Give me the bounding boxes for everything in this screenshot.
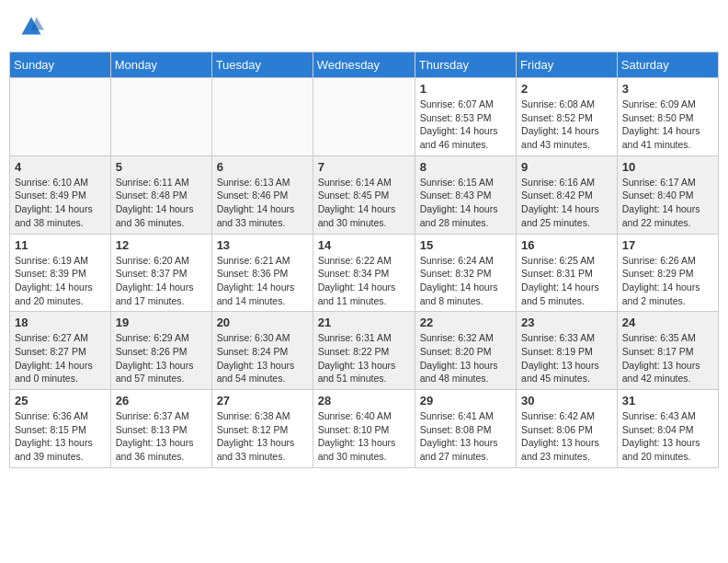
day-number: 7 bbox=[318, 160, 410, 174]
day-info: Sunrise: 6:24 AM Sunset: 8:32 PM Dayligh… bbox=[420, 254, 511, 308]
day-info: Sunrise: 6:19 AM Sunset: 8:39 PM Dayligh… bbox=[15, 254, 106, 308]
calendar-cell bbox=[10, 78, 111, 156]
calendar-cell: 4Sunrise: 6:10 AM Sunset: 8:49 PM Daylig… bbox=[10, 155, 111, 234]
calendar-cell: 10Sunrise: 6:17 AM Sunset: 8:40 PM Dayli… bbox=[617, 155, 718, 234]
day-info: Sunrise: 6:38 AM Sunset: 8:12 PM Dayligh… bbox=[217, 409, 308, 464]
week-row-1: 1Sunrise: 6:07 AM Sunset: 8:53 PM Daylig… bbox=[10, 78, 719, 156]
day-number: 5 bbox=[116, 160, 207, 174]
day-info: Sunrise: 6:10 AM Sunset: 8:49 PM Dayligh… bbox=[15, 176, 106, 230]
day-info: Sunrise: 6:42 AM Sunset: 8:06 PM Dayligh… bbox=[521, 409, 612, 464]
calendar-cell: 1Sunrise: 6:07 AM Sunset: 8:53 PM Daylig… bbox=[415, 78, 516, 156]
calendar-cell: 21Sunrise: 6:31 AM Sunset: 8:22 PM Dayli… bbox=[313, 312, 415, 390]
logo-icon bbox=[18, 14, 44, 40]
day-number: 19 bbox=[116, 316, 207, 329]
calendar-cell: 22Sunrise: 6:32 AM Sunset: 8:20 PM Dayli… bbox=[415, 312, 516, 390]
calendar-cell: 27Sunrise: 6:38 AM Sunset: 8:12 PM Dayli… bbox=[211, 390, 313, 468]
day-info: Sunrise: 6:31 AM Sunset: 8:22 PM Dayligh… bbox=[318, 331, 410, 385]
calendar-cell: 25Sunrise: 6:36 AM Sunset: 8:15 PM Dayli… bbox=[10, 390, 111, 468]
calendar-cell bbox=[211, 78, 313, 156]
day-info: Sunrise: 6:13 AM Sunset: 8:46 PM Dayligh… bbox=[217, 176, 308, 230]
calendar-cell: 30Sunrise: 6:42 AM Sunset: 8:06 PM Dayli… bbox=[517, 390, 618, 468]
calendar-cell bbox=[313, 78, 415, 156]
day-info: Sunrise: 6:30 AM Sunset: 8:24 PM Dayligh… bbox=[217, 331, 308, 385]
calendar-cell bbox=[110, 78, 211, 156]
calendar-cell: 31Sunrise: 6:43 AM Sunset: 8:04 PM Dayli… bbox=[617, 390, 718, 468]
day-number: 28 bbox=[318, 394, 410, 408]
calendar-cell: 17Sunrise: 6:26 AM Sunset: 8:29 PM Dayli… bbox=[617, 234, 718, 312]
day-info: Sunrise: 6:32 AM Sunset: 8:20 PM Dayligh… bbox=[420, 331, 511, 385]
week-row-4: 18Sunrise: 6:27 AM Sunset: 8:27 PM Dayli… bbox=[10, 312, 719, 390]
calendar-cell: 14Sunrise: 6:22 AM Sunset: 8:34 PM Dayli… bbox=[313, 234, 415, 312]
calendar-cell: 15Sunrise: 6:24 AM Sunset: 8:32 PM Dayli… bbox=[415, 234, 516, 312]
day-number: 18 bbox=[15, 316, 106, 329]
day-info: Sunrise: 6:40 AM Sunset: 8:10 PM Dayligh… bbox=[318, 409, 410, 464]
day-number: 12 bbox=[116, 238, 207, 252]
day-info: Sunrise: 6:20 AM Sunset: 8:37 PM Dayligh… bbox=[116, 254, 207, 308]
calendar-cell: 19Sunrise: 6:29 AM Sunset: 8:26 PM Dayli… bbox=[110, 312, 211, 390]
calendar-cell: 3Sunrise: 6:09 AM Sunset: 8:50 PM Daylig… bbox=[617, 78, 718, 156]
day-number: 8 bbox=[420, 160, 511, 174]
day-number: 3 bbox=[622, 82, 713, 96]
day-info: Sunrise: 6:15 AM Sunset: 8:43 PM Dayligh… bbox=[420, 176, 511, 230]
calendar-cell: 6Sunrise: 6:13 AM Sunset: 8:46 PM Daylig… bbox=[211, 155, 313, 234]
page-header bbox=[9, 9, 719, 44]
day-header-sunday: Sunday bbox=[10, 52, 111, 78]
calendar-cell: 8Sunrise: 6:15 AM Sunset: 8:43 PM Daylig… bbox=[415, 155, 516, 234]
day-number: 17 bbox=[622, 238, 713, 252]
day-info: Sunrise: 6:22 AM Sunset: 8:34 PM Dayligh… bbox=[318, 254, 410, 308]
calendar-cell: 12Sunrise: 6:20 AM Sunset: 8:37 PM Dayli… bbox=[110, 234, 211, 312]
day-number: 27 bbox=[217, 394, 308, 408]
day-number: 6 bbox=[217, 160, 308, 174]
calendar-cell: 11Sunrise: 6:19 AM Sunset: 8:39 PM Dayli… bbox=[10, 234, 111, 312]
day-number: 11 bbox=[15, 238, 106, 252]
calendar-cell: 29Sunrise: 6:41 AM Sunset: 8:08 PM Dayli… bbox=[415, 390, 516, 468]
day-header-monday: Monday bbox=[110, 52, 211, 78]
day-number: 15 bbox=[420, 238, 511, 252]
day-number: 2 bbox=[521, 82, 612, 96]
day-number: 29 bbox=[420, 394, 511, 408]
day-info: Sunrise: 6:43 AM Sunset: 8:04 PM Dayligh… bbox=[622, 409, 713, 464]
day-info: Sunrise: 6:35 AM Sunset: 8:17 PM Dayligh… bbox=[622, 331, 713, 385]
day-header-saturday: Saturday bbox=[617, 52, 718, 78]
day-number: 24 bbox=[622, 316, 713, 329]
logo bbox=[18, 14, 46, 40]
day-info: Sunrise: 6:16 AM Sunset: 8:42 PM Dayligh… bbox=[521, 176, 612, 230]
day-header-wednesday: Wednesday bbox=[313, 52, 415, 78]
day-number: 22 bbox=[420, 316, 511, 329]
calendar-cell: 24Sunrise: 6:35 AM Sunset: 8:17 PM Dayli… bbox=[617, 312, 718, 390]
day-info: Sunrise: 6:14 AM Sunset: 8:45 PM Dayligh… bbox=[318, 176, 410, 230]
day-number: 4 bbox=[15, 160, 106, 174]
calendar-header-row: SundayMondayTuesdayWednesdayThursdayFrid… bbox=[10, 52, 719, 78]
day-header-tuesday: Tuesday bbox=[211, 52, 313, 78]
day-info: Sunrise: 6:36 AM Sunset: 8:15 PM Dayligh… bbox=[15, 409, 106, 464]
day-number: 25 bbox=[15, 394, 106, 408]
day-number: 1 bbox=[420, 82, 511, 96]
day-info: Sunrise: 6:25 AM Sunset: 8:31 PM Dayligh… bbox=[521, 254, 612, 308]
day-info: Sunrise: 6:41 AM Sunset: 8:08 PM Dayligh… bbox=[420, 409, 511, 464]
day-number: 16 bbox=[521, 238, 612, 252]
calendar-cell: 2Sunrise: 6:08 AM Sunset: 8:52 PM Daylig… bbox=[517, 78, 618, 156]
day-number: 10 bbox=[622, 160, 713, 174]
day-info: Sunrise: 6:21 AM Sunset: 8:36 PM Dayligh… bbox=[217, 254, 308, 308]
week-row-2: 4Sunrise: 6:10 AM Sunset: 8:49 PM Daylig… bbox=[10, 155, 719, 234]
calendar-table: SundayMondayTuesdayWednesdayThursdayFrid… bbox=[9, 52, 719, 468]
day-number: 31 bbox=[622, 394, 713, 408]
day-info: Sunrise: 6:27 AM Sunset: 8:27 PM Dayligh… bbox=[15, 331, 106, 385]
day-info: Sunrise: 6:26 AM Sunset: 8:29 PM Dayligh… bbox=[622, 254, 713, 308]
calendar-cell: 5Sunrise: 6:11 AM Sunset: 8:48 PM Daylig… bbox=[110, 155, 211, 234]
day-info: Sunrise: 6:33 AM Sunset: 8:19 PM Dayligh… bbox=[521, 331, 612, 385]
day-info: Sunrise: 6:09 AM Sunset: 8:50 PM Dayligh… bbox=[622, 98, 713, 152]
day-info: Sunrise: 6:17 AM Sunset: 8:40 PM Dayligh… bbox=[622, 176, 713, 230]
day-info: Sunrise: 6:37 AM Sunset: 8:13 PM Dayligh… bbox=[116, 409, 207, 464]
day-info: Sunrise: 6:11 AM Sunset: 8:48 PM Dayligh… bbox=[116, 176, 207, 230]
day-number: 14 bbox=[318, 238, 410, 252]
calendar-cell: 23Sunrise: 6:33 AM Sunset: 8:19 PM Dayli… bbox=[517, 312, 618, 390]
day-number: 9 bbox=[521, 160, 612, 174]
calendar-cell: 13Sunrise: 6:21 AM Sunset: 8:36 PM Dayli… bbox=[211, 234, 313, 312]
day-number: 23 bbox=[521, 316, 612, 329]
day-number: 26 bbox=[116, 394, 207, 408]
day-info: Sunrise: 6:07 AM Sunset: 8:53 PM Dayligh… bbox=[420, 98, 511, 152]
day-info: Sunrise: 6:08 AM Sunset: 8:52 PM Dayligh… bbox=[521, 98, 612, 152]
day-info: Sunrise: 6:29 AM Sunset: 8:26 PM Dayligh… bbox=[116, 331, 207, 385]
day-number: 21 bbox=[318, 316, 410, 329]
